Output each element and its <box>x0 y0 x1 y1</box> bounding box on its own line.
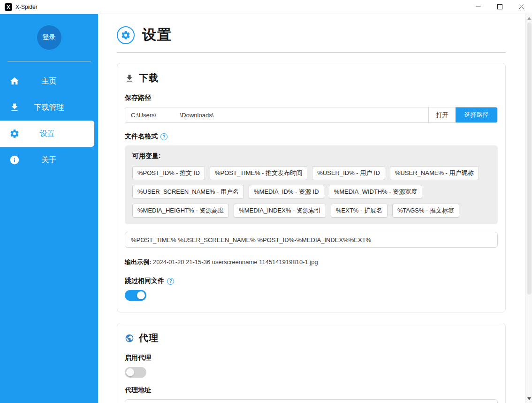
globe-icon <box>125 334 134 343</box>
variable-chip[interactable]: %MEDIA_INDEX% - 资源索引 <box>234 204 326 218</box>
scroll-up-arrow-icon[interactable] <box>526 15 532 22</box>
filename-format-label: 文件名格式 ? <box>125 132 498 141</box>
toggle-knob <box>137 291 145 299</box>
sidebar-item-about[interactable]: 关于 <box>0 147 98 173</box>
sidebar-item-label: 主页 <box>42 76 57 86</box>
window-controls <box>467 0 532 14</box>
page-header: 设置 <box>117 25 506 53</box>
filename-format-help-icon[interactable]: ? <box>160 133 167 140</box>
sidebar: 登录 主页 下载管理 设置 关于 <box>0 14 98 403</box>
sidebar-item-settings[interactable]: 设置 <box>0 121 94 147</box>
main-content: 设置 下载 保存路径 打开 选择路径 文件名格式 ? 可用变量: %POST_I… <box>98 14 525 403</box>
variables-title: 可用变量: <box>132 152 490 160</box>
variable-chip[interactable]: %USER_NAME% - 用户昵称 <box>390 166 479 180</box>
available-variables-box: 可用变量: %POST_ID% - 推文 ID %POST_TIME% - 推文… <box>125 145 498 224</box>
proxy-card-title: 代理 <box>139 332 159 344</box>
download-settings-card: 下载 保存路径 打开 选择路径 文件名格式 ? 可用变量: %POST_ID% … <box>117 63 506 312</box>
choose-path-button[interactable]: 选择路径 <box>456 107 497 122</box>
vertical-scrollbar[interactable] <box>525 14 532 403</box>
variable-chip[interactable]: %MEDIA_WIDTH% - 资源宽度 <box>329 185 423 199</box>
toggle-knob <box>126 368 134 376</box>
close-button[interactable] <box>510 0 532 14</box>
scrollbar-thumb[interactable] <box>527 23 532 295</box>
proxy-settings-card: 代理 启用代理 代理地址 <box>117 323 506 403</box>
proxy-card-header: 代理 <box>125 332 498 344</box>
skip-same-help-icon[interactable]: ? <box>167 278 174 285</box>
sidebar-item-label: 下载管理 <box>34 103 64 113</box>
variable-chip[interactable]: %USER_SCREEN_NAME% - 用户名 <box>132 185 244 199</box>
open-folder-button[interactable]: 打开 <box>428 107 456 122</box>
variable-chip[interactable]: %POST_ID% - 推文 ID <box>132 166 205 180</box>
sidebar-item-download-manager[interactable]: 下载管理 <box>0 94 98 121</box>
maximize-button[interactable] <box>489 0 510 14</box>
proxy-address-label: 代理地址 <box>125 386 498 395</box>
save-path-input[interactable] <box>125 107 428 122</box>
variable-chip[interactable]: %POST_TIME% - 推文发布时间 <box>210 166 307 180</box>
variable-chip[interactable]: %MEDIA_HEIGHT% - 资源高度 <box>132 204 229 218</box>
gear-icon <box>9 129 20 139</box>
download-icon <box>9 102 20 113</box>
variable-chips: %POST_ID% - 推文 ID %POST_TIME% - 推文发布时间 %… <box>132 166 490 218</box>
minimize-button[interactable] <box>467 0 489 14</box>
skip-same-file-toggle[interactable] <box>125 290 146 301</box>
sidebar-item-label: 关于 <box>42 155 57 165</box>
variable-chip[interactable]: %EXT% - 扩展名 <box>331 204 388 218</box>
variable-chip[interactable]: %TAGS% - 推文标签 <box>392 204 459 218</box>
skip-same-file-label: 跳过相同文件 ? <box>125 277 498 285</box>
variable-chip[interactable]: %USER_ID% - 用户 ID <box>312 166 385 180</box>
save-path-label: 保存路径 <box>125 94 498 102</box>
titlebar: X X-Spider <box>0 0 532 14</box>
enable-proxy-label: 启用代理 <box>125 354 498 362</box>
proxy-address-input[interactable] <box>125 399 498 403</box>
login-button[interactable]: 登录 <box>37 25 61 50</box>
save-path-group: 打开 选择路径 <box>125 107 498 123</box>
scroll-down-arrow-icon[interactable] <box>526 395 532 402</box>
window-title: X-Spider <box>15 4 38 10</box>
info-icon <box>9 155 20 165</box>
download-icon <box>125 74 134 83</box>
sidebar-item-home[interactable]: 主页 <box>0 68 98 94</box>
filename-format-input[interactable] <box>125 232 498 248</box>
download-card-title: 下载 <box>139 72 159 84</box>
variable-chip[interactable]: %MEDIA_ID% - 资源 ID <box>249 185 324 199</box>
home-icon <box>9 76 20 86</box>
page-title: 设置 <box>142 25 172 45</box>
sidebar-divider <box>8 61 91 61</box>
download-card-header: 下载 <box>125 72 498 84</box>
enable-proxy-toggle[interactable] <box>125 367 146 378</box>
output-example: 输出示例: 2024-01-20 21-15-36 userscreenname… <box>125 258 498 266</box>
sidebar-item-label: 设置 <box>40 129 55 139</box>
app-logo-icon: X <box>5 3 12 11</box>
settings-gear-icon <box>117 26 135 44</box>
